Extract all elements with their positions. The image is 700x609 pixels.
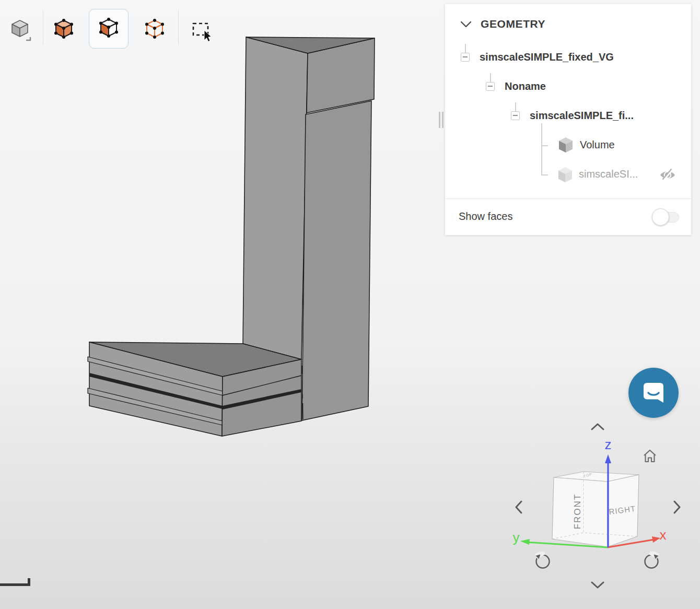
- rotate-right-chevron[interactable]: [672, 499, 682, 515]
- panel-title: GEOMETRY: [481, 18, 545, 30]
- toolbar-separator: [178, 10, 179, 45]
- marquee-cursor-icon: [187, 16, 213, 43]
- orange-cube-volume-icon: [51, 17, 76, 42]
- toolbar-separator: [43, 10, 43, 45]
- standard-view-cube-button[interactable]: [5, 15, 34, 44]
- z-axis-label: z: [605, 437, 612, 452]
- show-faces-toggle-knob[interactable]: [652, 208, 669, 226]
- rotate-down-chevron[interactable]: [590, 580, 605, 590]
- tree-line: [541, 123, 542, 174]
- volume-cube-hidden-icon: [558, 167, 573, 183]
- rotate-ccw-icon[interactable]: [533, 552, 552, 570]
- tree-item-root[interactable]: simscaleSIMPLE_fixed_VG: [480, 51, 614, 63]
- tree-line: [541, 145, 548, 146]
- select-volumes-button[interactable]: [49, 15, 78, 44]
- show-faces-label: Show faces: [459, 210, 512, 222]
- tree-item-hidden-volume[interactable]: simscaleSI...: [579, 168, 638, 180]
- tree-line: [515, 102, 516, 111]
- home-view-icon[interactable]: [642, 448, 658, 464]
- rotate-left-chevron[interactable]: [514, 499, 523, 515]
- collapse-box-noname[interactable]: [486, 82, 495, 91]
- select-faces-button-selected[interactable]: [89, 9, 129, 49]
- column-left-face[interactable]: [243, 37, 308, 359]
- scale-indicator: [0, 578, 30, 586]
- plain-cube-dropdown-icon: [7, 17, 33, 43]
- panel-resize-handle[interactable]: [442, 112, 444, 128]
- tree-line: [541, 174, 548, 175]
- select-edges-button[interactable]: [140, 15, 169, 44]
- tree-item-body[interactable]: simscaleSIMPLE_fi...: [530, 110, 634, 122]
- tree-item-noname[interactable]: Noname: [505, 80, 546, 92]
- wireframe-cube-icon: [142, 17, 167, 42]
- model-solid[interactable]: [88, 37, 375, 436]
- app-viewport: GEOMETRY simscaleSIMPLE_fixed_VG Noname …: [0, 0, 700, 609]
- collapse-box-body[interactable]: [511, 111, 520, 120]
- tree-line: [465, 44, 466, 53]
- box-select-button[interactable]: [185, 15, 215, 44]
- visibility-off-icon[interactable]: [659, 168, 676, 182]
- x-axis-label: x: [660, 527, 667, 543]
- geometry-panel: GEOMETRY simscaleSIMPLE_fixed_VG Noname …: [445, 4, 691, 235]
- volume-cube-icon: [558, 137, 573, 153]
- rotate-cw-icon[interactable]: [642, 552, 661, 570]
- collapse-box-root[interactable]: [461, 53, 470, 62]
- support-chat-button[interactable]: [628, 368, 679, 418]
- panel-resize-handle[interactable]: [439, 112, 440, 128]
- rotate-up-chevron[interactable]: [590, 422, 605, 431]
- tree-item-volume[interactable]: Volume: [580, 139, 615, 151]
- orange-face-cube-icon: [96, 16, 121, 41]
- collapse-chevron-icon[interactable]: [460, 21, 472, 28]
- tree-line: [490, 73, 491, 82]
- y-axis-label: y: [513, 530, 520, 545]
- nav-cube-front-label[interactable]: FRONT: [573, 494, 582, 530]
- column-right-face[interactable]: [302, 101, 371, 420]
- chat-smile-icon: [641, 380, 666, 405]
- panel-divider: [445, 198, 691, 199]
